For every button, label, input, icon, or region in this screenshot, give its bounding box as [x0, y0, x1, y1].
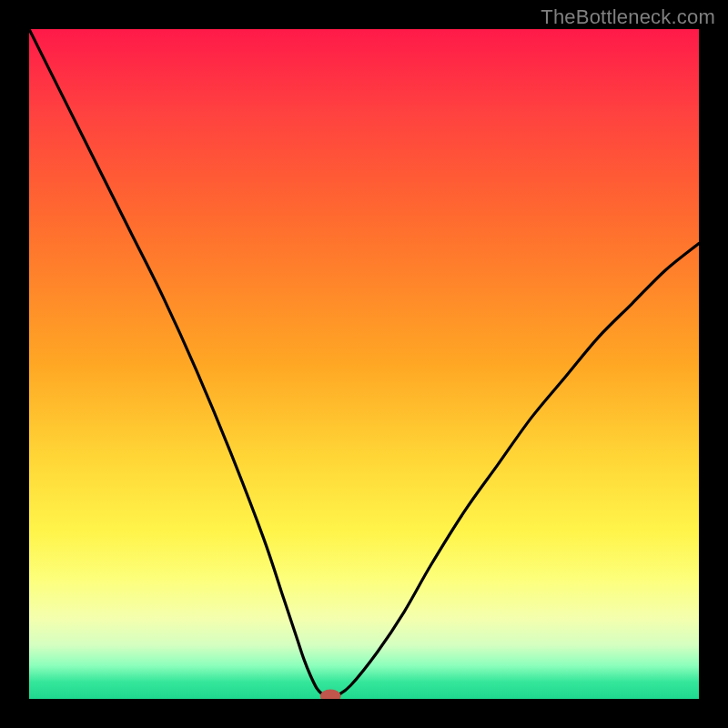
bottleneck-curve — [29, 29, 699, 699]
chart-frame: TheBottleneck.com — [0, 0, 728, 728]
minimum-marker — [320, 690, 340, 699]
chart-svg-layer — [29, 29, 699, 699]
watermark-text: TheBottleneck.com — [541, 5, 715, 29]
